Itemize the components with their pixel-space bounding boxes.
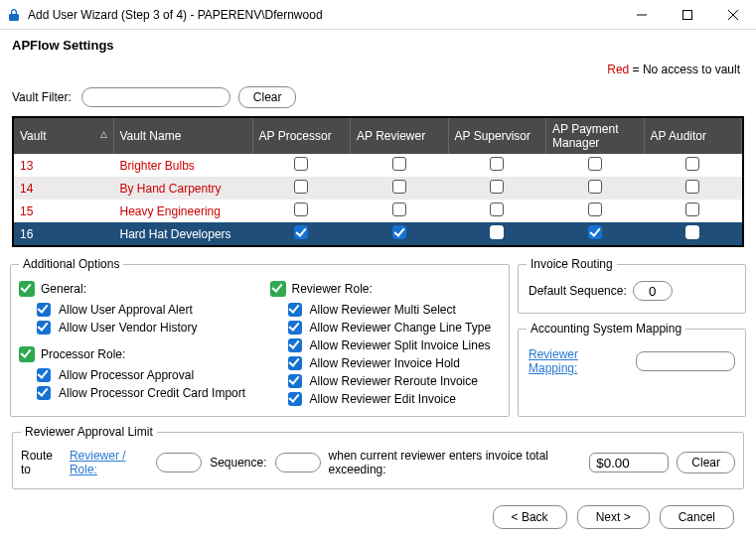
grid-checkbox[interactable] [294,225,308,239]
grid-checkbox[interactable] [588,180,602,194]
reviewer-option-checkbox[interactable] [288,338,302,352]
table-row[interactable]: 13Brighter Bulbs [14,154,742,177]
table-row[interactable]: 16Hard Hat Developers [14,222,742,245]
ral-amount-input[interactable] [589,453,669,472]
ral-role-input[interactable] [156,453,202,472]
grid-checkbox[interactable] [392,180,406,194]
window-title: Add User Wizard (Step 3 of 4) - PAPERENV… [28,8,619,22]
reviewer-option-label: Allow Reviewer Reroute Invoice [310,374,478,388]
cell-vault-name: Brighter Bulbs [113,154,252,177]
reviewer-option-checkbox[interactable] [288,303,302,317]
processor-option-label: Allow Processor Credit Card Import [59,386,245,400]
cell-vault-id: 13 [14,154,113,177]
sort-asc-icon: △ [100,129,107,139]
ral-legend: Reviewer Approval Limit [21,425,157,439]
reviewer-option-checkbox[interactable] [288,374,302,388]
cell-vault-name: Hard Hat Developers [113,222,252,245]
accounting-mapping-legend: Accounting System Mapping [527,322,685,336]
accounting-mapping-group: Accounting System Mapping Reviewer Mappi… [518,322,746,417]
reviewer-group-checkbox[interactable] [270,281,286,297]
reviewer-option-label: Allow Reviewer Change Line Type [310,321,492,335]
col-ap-supervisor[interactable]: AP Supervisor [448,118,546,154]
reviewer-mapping-input[interactable] [636,351,735,371]
table-row[interactable]: 14By Hand Carpentry [14,177,742,200]
vault-grid: Vault△ Vault Name AP Processor AP Review… [12,116,744,247]
legend-text: = No access to vault [629,63,740,76]
vault-filter-label: Vault Filter: [12,90,72,104]
col-ap-payment-manager[interactable]: AP Payment Manager [546,118,645,154]
col-ap-processor[interactable]: AP Processor [252,118,351,154]
grid-checkbox[interactable] [685,157,699,171]
additional-options-group: Additional Options General: Allow User A… [10,257,510,417]
col-ap-auditor[interactable]: AP Auditor [644,118,742,154]
lock-icon [6,7,22,23]
vault-filter-input[interactable] [81,87,230,107]
window-close-button[interactable] [710,0,756,29]
reviewer-head: Reviewer Role: [292,282,373,296]
reviewer-option-checkbox[interactable] [288,321,302,335]
grid-checkbox[interactable] [588,225,602,239]
legend-row: Red = No access to vault [10,59,746,86]
grid-checkbox[interactable] [392,225,406,239]
col-vault-name[interactable]: Vault Name [113,118,252,154]
page-subtitle: APFlow Settings [10,34,746,59]
col-vault[interactable]: Vault△ [14,118,113,154]
grid-checkbox[interactable] [685,180,699,194]
processor-option-checkbox[interactable] [37,386,51,400]
reviewer-option-checkbox[interactable] [288,356,302,370]
ral-route-to-label: Route to [21,449,62,476]
general-option-checkbox[interactable] [37,303,51,317]
grid-checkbox[interactable] [294,157,308,171]
next-button[interactable]: Next > [577,505,650,529]
cell-vault-id: 14 [14,177,113,200]
additional-options-legend: Additional Options [19,257,123,271]
general-option-label: Allow User Vendor History [59,321,197,335]
cell-vault-id: 16 [14,222,113,245]
table-row[interactable]: 15Heavy Engineering [14,200,742,222]
reviewer-option-label: Allow Reviewer Edit Invoice [310,392,456,406]
vault-filter-clear-button[interactable]: Clear [238,86,297,108]
reviewer-option-label: Allow Reviewer Invoice Hold [310,356,460,370]
grid-checkbox[interactable] [685,202,699,216]
grid-checkbox[interactable] [490,202,504,216]
reviewer-mapping-link[interactable]: Reviewer Mapping: [529,347,628,375]
cell-vault-name: By Hand Carpentry [113,177,252,200]
ral-clear-button[interactable]: Clear [677,452,735,473]
grid-checkbox[interactable] [490,180,504,194]
grid-checkbox[interactable] [392,202,406,216]
invoice-routing-group: Invoice Routing Default Sequence: [518,257,746,314]
general-group-checkbox[interactable] [19,281,35,297]
cell-vault-id: 15 [14,200,113,222]
grid-checkbox[interactable] [588,202,602,216]
grid-header-row: Vault△ Vault Name AP Processor AP Review… [14,118,742,154]
processor-group-checkbox[interactable] [19,346,35,362]
reviewer-option-checkbox[interactable] [288,392,302,406]
grid-checkbox[interactable] [392,157,406,171]
grid-checkbox[interactable] [490,225,504,239]
svg-rect-1 [683,10,692,19]
default-sequence-label: Default Sequence: [529,284,627,298]
processor-option-label: Allow Processor Approval [59,368,194,382]
reviewer-option-label: Allow Reviewer Split Invoice Lines [310,338,491,352]
ral-reviewer-role-link[interactable]: Reviewer / Role: [70,449,148,476]
ral-tail-text: when current reviewer enters invoice tot… [329,449,582,476]
grid-checkbox[interactable] [685,225,699,239]
grid-checkbox[interactable] [490,157,504,171]
reviewer-approval-limit-group: Reviewer Approval Limit Route to Reviewe… [12,425,744,489]
grid-checkbox[interactable] [294,180,308,194]
general-option-label: Allow User Approval Alert [59,303,193,317]
general-option-checkbox[interactable] [37,321,51,335]
titlebar: Add User Wizard (Step 3 of 4) - PAPERENV… [0,0,756,30]
cell-vault-name: Heavy Engineering [113,200,252,222]
reviewer-option-label: Allow Reviewer Multi Select [310,303,456,317]
window-minimize-button[interactable] [619,0,665,29]
col-ap-reviewer[interactable]: AP Reviewer [351,118,449,154]
default-sequence-input[interactable] [633,281,673,301]
back-button[interactable]: < Back [493,505,567,529]
grid-checkbox[interactable] [588,157,602,171]
window-maximize-button[interactable] [665,0,710,29]
processor-option-checkbox[interactable] [37,368,51,382]
ral-sequence-input[interactable] [275,453,321,472]
cancel-button[interactable]: Cancel [660,505,734,529]
grid-checkbox[interactable] [294,202,308,216]
